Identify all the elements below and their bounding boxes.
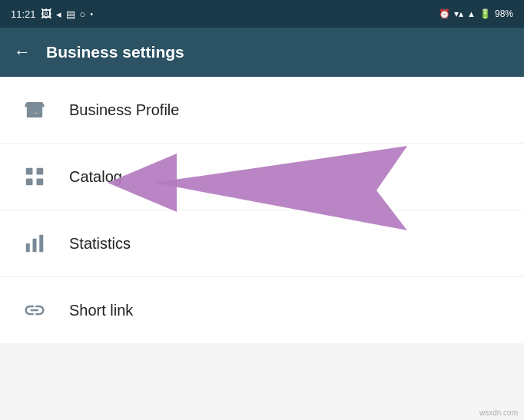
statistics-label: Statistics <box>69 235 131 253</box>
catalog-label: Catalog <box>69 168 122 186</box>
svg-rect-1 <box>26 168 33 175</box>
page-title: Business settings <box>46 43 184 61</box>
bar-chart-icon <box>18 227 51 260</box>
svg-rect-7 <box>39 235 43 253</box>
dot-icon: • <box>90 10 93 18</box>
watermark: wsxdn.com <box>479 408 518 417</box>
alarm-icon: ⏰ <box>439 8 450 19</box>
svg-rect-6 <box>33 239 37 253</box>
signal-icon: ○ <box>80 8 86 20</box>
grid-icon <box>18 160 51 193</box>
navigation-icon: ◂ <box>56 8 61 20</box>
svg-rect-2 <box>37 168 44 175</box>
menu-item-catalog[interactable]: Catalog <box>0 144 524 210</box>
menu-item-short-link[interactable]: Short link <box>0 277 524 343</box>
back-button[interactable]: ← <box>14 42 31 62</box>
status-bar: 11:21 🖼 ◂ ▤ ○ • ⏰ ▾▴ ▲ 🔋 98% <box>0 0 524 28</box>
menu-item-business-profile[interactable]: Business Profile <box>0 77 524 144</box>
status-right: ⏰ ▾▴ ▲ 🔋 98% <box>439 8 513 19</box>
battery-percent: 98% <box>495 8 513 19</box>
mobile-data-icon: ▲ <box>467 9 476 18</box>
menu-item-statistics[interactable]: Statistics <box>0 210 524 277</box>
svg-rect-3 <box>26 179 33 186</box>
app-bar: ← Business settings <box>0 28 524 77</box>
status-left: 11:21 🖼 ◂ ▤ ○ • <box>11 8 93 20</box>
menu-list: Business Profile Catalog Statistics <box>0 77 524 343</box>
gallery-icon: 🖼 <box>41 8 51 20</box>
wifi-icon: ▾▴ <box>454 8 463 19</box>
battery-icon: 🔋 <box>479 8 491 19</box>
svg-rect-5 <box>26 243 30 252</box>
short-link-label: Short link <box>69 302 133 319</box>
time-display: 11:21 <box>11 8 36 20</box>
svg-rect-4 <box>37 179 44 186</box>
link-icon <box>18 294 51 326</box>
message-icon: ▤ <box>66 8 75 20</box>
business-profile-label: Business Profile <box>69 101 179 119</box>
store-icon <box>18 94 51 126</box>
